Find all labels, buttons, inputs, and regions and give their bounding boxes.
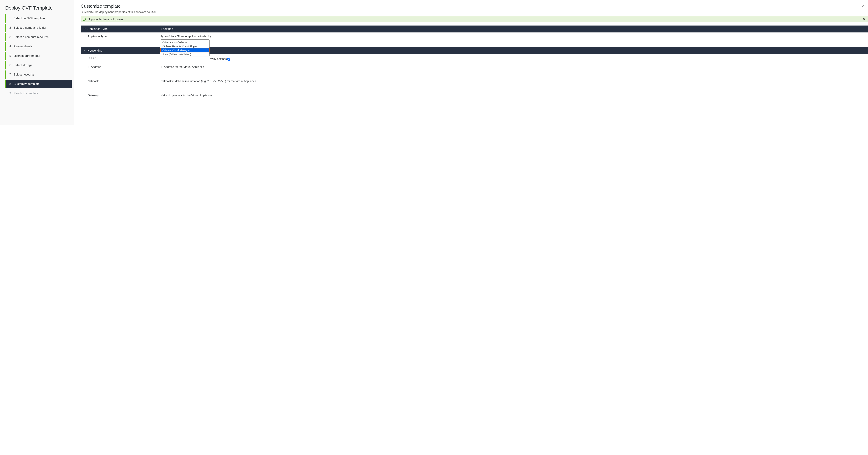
section-header-appliance-type[interactable]: ﹀ Appliance Type 1 settings xyxy=(81,26,868,32)
netmask-input[interactable] xyxy=(161,85,206,89)
chevron-down-icon: ﹀ xyxy=(84,49,86,52)
step-label: License agreements xyxy=(13,54,40,58)
wizard-sidebar: Deploy OVF Template 1 Select an OVF temp… xyxy=(0,0,74,125)
wizard-steps: 1 Select an OVF template 2 Select a name… xyxy=(5,14,72,97)
field-label: IP Address xyxy=(88,65,161,75)
step-label: Select storage xyxy=(13,64,32,67)
field-label: DHCP xyxy=(88,57,161,61)
banner-text: All properties have valid values xyxy=(88,18,123,21)
page-title: Customize template xyxy=(81,3,868,9)
wizard-main-pane: Customize template ✕ Customize the deplo… xyxy=(74,0,868,125)
appliance-type-dropdown: VM Analytics Collector vSphere Remote Cl… xyxy=(160,40,210,56)
close-icon[interactable]: ✕ xyxy=(862,4,865,8)
step-number: 3 xyxy=(9,35,13,39)
banner-close-icon[interactable]: ✕ xyxy=(862,18,866,21)
dropdown-option-selected[interactable]: VMware Cloud Manager xyxy=(160,48,209,52)
section-count: 1 settings xyxy=(160,27,173,31)
step-select-networks[interactable]: 7 Select networks xyxy=(5,70,72,79)
ip-address-input[interactable] xyxy=(161,70,206,75)
step-number: 4 xyxy=(9,45,13,48)
step-customize-template[interactable]: 8 Customize template xyxy=(5,80,72,88)
step-select-storage[interactable]: 6 Select storage xyxy=(5,61,72,69)
row-netmask: Netmask Netmask in dot-decimal notation … xyxy=(81,77,868,91)
step-number: 2 xyxy=(9,26,13,30)
step-ready-to-complete: 9 Ready to complete xyxy=(5,89,72,97)
dhcp-checkbox[interactable]: ✓ xyxy=(227,58,230,61)
field-description: IP Address for the Virtual Appliance xyxy=(161,65,865,68)
step-number: 7 xyxy=(9,73,13,77)
step-label: Select an OVF template xyxy=(13,17,45,20)
wizard-title: Deploy OVF Template xyxy=(0,3,74,14)
dropdown-option[interactable]: None (Offline Installation) xyxy=(160,52,209,56)
validation-banner: ✓ All properties have valid values ✕ xyxy=(81,16,868,22)
step-select-ovf-template[interactable]: 1 Select an OVF template xyxy=(5,14,72,23)
row-appliance-type: Appliance Type Type of Pure Storage appl… xyxy=(81,32,868,47)
step-label: Review details xyxy=(13,45,33,48)
step-number: 1 xyxy=(9,17,13,20)
field-description: Type of Pure Storage appliance to deploy xyxy=(161,35,865,38)
dropdown-option[interactable]: VM Analytics Collector xyxy=(160,40,209,44)
dropdown-option[interactable]: vSphere Remote Client Plugin xyxy=(160,44,209,48)
section-title: Networking xyxy=(88,49,160,53)
step-number: 9 xyxy=(9,92,13,95)
field-description: Network gateway for the Virtual Applianc… xyxy=(161,94,865,97)
field-label: Appliance Type xyxy=(88,35,161,44)
field-label: Gateway xyxy=(88,94,161,97)
step-review-details[interactable]: 4 Review details xyxy=(5,42,72,51)
row-gateway: Gateway Network gateway for the Virtual … xyxy=(81,91,868,99)
check-circle-icon: ✓ xyxy=(83,18,86,21)
page-subtitle: Customize the deployment properties of t… xyxy=(81,10,868,14)
step-label: Select a compute resource xyxy=(13,35,49,39)
field-description: Netmask in dot-decimal notation (e.g. 25… xyxy=(161,80,865,83)
step-label: Select networks xyxy=(13,73,34,77)
step-number: 6 xyxy=(9,64,13,67)
row-ip-address: IP Address IP Address for the Virtual Ap… xyxy=(81,63,868,77)
chevron-down-icon: ﹀ xyxy=(84,27,86,30)
step-license-agreements[interactable]: 5 License agreements xyxy=(5,52,72,60)
step-label: Ready to complete xyxy=(13,92,38,95)
section-title: Appliance Type xyxy=(88,27,160,31)
field-description-partial: eway settings xyxy=(210,57,227,60)
step-label: Customize template xyxy=(13,82,39,86)
step-label: Select a name and folder xyxy=(13,26,46,30)
step-number: 8 xyxy=(9,82,13,86)
field-label: Netmask xyxy=(88,80,161,89)
step-select-compute-resource[interactable]: 3 Select a compute resource xyxy=(5,33,72,41)
deploy-ovf-wizard: Deploy OVF Template 1 Select an OVF temp… xyxy=(0,0,868,125)
step-select-name-folder[interactable]: 2 Select a name and folder xyxy=(5,24,72,32)
step-number: 5 xyxy=(9,54,13,58)
